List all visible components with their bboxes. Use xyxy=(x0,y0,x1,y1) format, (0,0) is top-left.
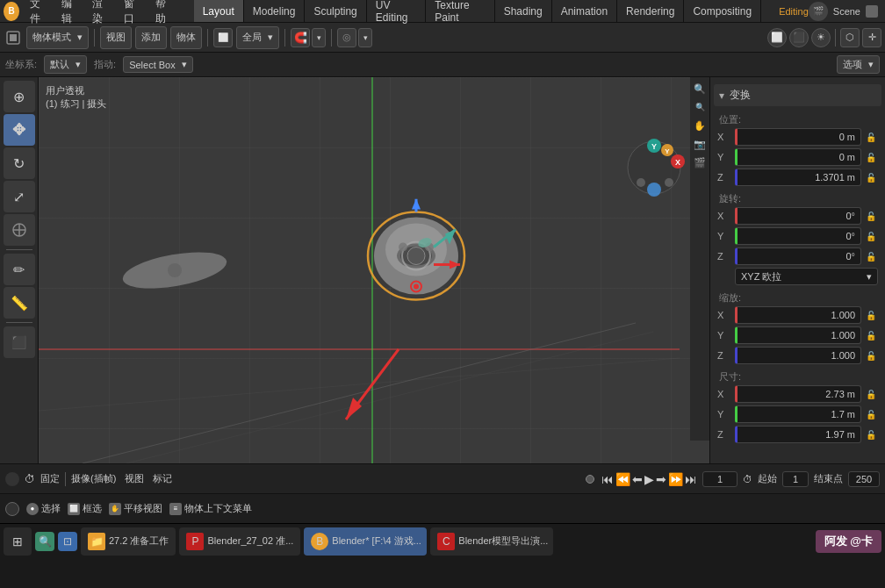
options-dropdown[interactable]: 选项▾ xyxy=(837,55,880,74)
windows-start-btn[interactable]: ⊞ xyxy=(4,527,32,556)
tab-animation[interactable]: Animation xyxy=(552,0,617,22)
start-frame[interactable]: 1 xyxy=(782,471,809,487)
pos-x-lock-icon[interactable]: 🔓 xyxy=(864,130,878,144)
menu-file[interactable]: 文件 xyxy=(23,0,54,22)
dim-z-lock-icon[interactable]: 🔓 xyxy=(864,427,878,441)
tab-modeling[interactable]: Modeling xyxy=(244,0,306,22)
prev-frame-btn[interactable]: ⏪ xyxy=(615,472,630,486)
proportional-btn[interactable]: ◎ xyxy=(337,28,356,47)
csdn-btn[interactable]: C Blender模型导出演... xyxy=(430,527,553,556)
expand-btn[interactable] xyxy=(866,5,878,18)
tab-layout[interactable]: Layout xyxy=(194,0,244,22)
transform-icon[interactable]: ⬜ xyxy=(213,28,233,47)
dim-y-value[interactable]: 1.7 m xyxy=(735,405,861,423)
scale-x-lock-icon[interactable]: 🔓 xyxy=(864,308,878,322)
view-btn[interactable]: 视图 xyxy=(100,26,132,49)
tab-texture-paint[interactable]: Texture Paint xyxy=(426,0,494,22)
viewport-shading-rendered[interactable]: ☀ xyxy=(811,28,831,47)
rot-y-value[interactable]: 0° xyxy=(735,227,861,245)
frame-number[interactable]: 1 xyxy=(702,471,738,487)
menu-window[interactable]: 窗口 xyxy=(117,0,148,22)
select-action[interactable]: ● 选择 xyxy=(26,502,61,515)
viewport-shading-material[interactable]: ⬛ xyxy=(789,28,809,47)
add-btn[interactable]: 添加 xyxy=(135,26,167,49)
rot-y-lock-icon[interactable]: 🔓 xyxy=(864,229,878,243)
pos-y-lock-icon[interactable]: 🔓 xyxy=(864,150,878,164)
viewport[interactable]: 用户透视 (1) 练习 | 摄头 xyxy=(39,77,709,463)
playback-circle[interactable] xyxy=(5,502,19,516)
next-frame-btn[interactable]: ⏩ xyxy=(668,472,683,486)
mode-dropdown[interactable]: 物体模式▾ xyxy=(26,26,89,49)
dim-x-value[interactable]: 2.73 m xyxy=(735,385,861,403)
pan-view-action[interactable]: ✋ 平移视图 xyxy=(109,502,162,515)
scale-y-lock-icon[interactable]: 🔓 xyxy=(864,328,878,342)
tab-rendering[interactable]: Rendering xyxy=(617,0,684,22)
viewport-shading-solid[interactable]: ⬜ xyxy=(767,28,787,47)
search-btn[interactable]: 🔍 xyxy=(35,532,54,551)
next-keyframe-btn[interactable]: ➡ xyxy=(656,472,666,486)
jump-end-btn[interactable]: ⏭ xyxy=(685,472,697,486)
tab-uv-editing[interactable]: UV Editing xyxy=(367,0,426,22)
jump-start-btn[interactable]: ⏮ xyxy=(601,472,614,486)
select-box-dropdown[interactable]: Select Box▾ xyxy=(123,56,193,73)
pan-icon[interactable]: ✋ xyxy=(692,118,708,133)
context-menu-action[interactable]: ≡ 物体上下文菜单 xyxy=(169,502,252,515)
pos-y-value[interactable]: 0 m xyxy=(735,148,861,166)
gizmo-widget[interactable]: Y X Y xyxy=(623,137,685,198)
dim-y-lock-icon[interactable]: 🔓 xyxy=(864,407,878,421)
tool-measure[interactable]: 📏 xyxy=(4,287,35,319)
overlay-btn[interactable]: ⬡ xyxy=(840,28,860,47)
end-frame[interactable]: 250 xyxy=(848,471,880,487)
tab-sculpting[interactable]: Sculpting xyxy=(305,0,366,22)
taskview-btn[interactable]: ⊡ xyxy=(58,532,77,551)
scale-y-value[interactable]: 1.000 xyxy=(735,326,861,344)
file-manager-btn[interactable]: 📁 27.2 准备工作 xyxy=(81,527,176,556)
user-badge[interactable]: 阿发 @卡 xyxy=(816,530,881,553)
powerpoint-btn[interactable]: P Blender_27_02 准... xyxy=(179,527,300,556)
zoom-in-icon[interactable]: 🔍 xyxy=(692,81,708,97)
global-dropdown[interactable]: 全局▾ xyxy=(236,26,279,49)
object-btn[interactable]: 物体 xyxy=(170,26,202,49)
coord-dropdown[interactable]: 默认▾ xyxy=(44,55,87,74)
tool-scale[interactable]: ⤢ xyxy=(4,181,35,212)
tool-move[interactable]: ✥ xyxy=(4,114,35,146)
dim-z-value[interactable]: 1.97 m xyxy=(735,426,861,443)
rot-z-value[interactable]: 0° xyxy=(735,247,861,265)
tool-transform[interactable] xyxy=(4,214,35,246)
tab-shading[interactable]: Shading xyxy=(495,0,552,22)
playback-mode[interactable]: 固定 xyxy=(37,470,63,487)
tool-add-cube[interactable]: ⬛ xyxy=(4,326,35,358)
tool-annotate[interactable]: ✏ xyxy=(4,254,35,285)
timeline-icon[interactable] xyxy=(5,472,19,486)
menu-edit[interactable]: 编辑 xyxy=(54,0,86,22)
snap-dropdown[interactable]: ▾ xyxy=(312,28,326,47)
box-select-action[interactable]: ⬜ 框选 xyxy=(68,502,102,515)
blender-btn[interactable]: B Blender* [F:\4 游戏... xyxy=(304,527,427,556)
pos-z-lock-icon[interactable]: 🔓 xyxy=(864,170,878,184)
zoom-out-icon[interactable]: 🔍 xyxy=(692,99,708,115)
rot-x-value[interactable]: 0° xyxy=(735,207,861,225)
marker-menu[interactable]: 标记 xyxy=(149,470,176,487)
play-btn[interactable]: ▶ xyxy=(644,472,654,486)
viewport-icon[interactable] xyxy=(4,28,23,47)
euler-dropdown[interactable]: XYZ 欧拉 ▾ xyxy=(735,268,878,285)
menu-render[interactable]: 渲染 xyxy=(85,0,117,22)
tool-cursor[interactable]: ⊕ xyxy=(4,81,35,112)
scale-x-value[interactable]: 1.000 xyxy=(735,306,861,324)
scale-z-lock-icon[interactable]: 🔓 xyxy=(864,348,878,362)
gizmo-btn[interactable]: ✛ xyxy=(862,28,881,47)
tool-rotate[interactable]: ↻ xyxy=(4,147,35,179)
tab-compositing[interactable]: Compositing xyxy=(684,0,761,22)
rot-z-lock-icon[interactable]: 🔓 xyxy=(864,249,878,263)
proportional-dropdown[interactable]: ▾ xyxy=(358,28,372,47)
magnet-btn[interactable]: 🧲 xyxy=(291,28,310,47)
prev-keyframe-btn[interactable]: ⬅ xyxy=(632,472,643,486)
dim-x-lock-icon[interactable]: 🔓 xyxy=(864,387,878,401)
camera-icon[interactable]: 📷 xyxy=(692,136,708,152)
scale-z-value[interactable]: 1.000 xyxy=(735,347,861,364)
record-btn[interactable] xyxy=(584,473,596,485)
pos-x-value[interactable]: 0 m xyxy=(735,128,861,146)
transform-header[interactable]: 变换 xyxy=(714,84,881,106)
pos-z-value[interactable]: 1.3701 m xyxy=(735,169,861,186)
menu-help[interactable]: 帮助 xyxy=(148,0,180,22)
